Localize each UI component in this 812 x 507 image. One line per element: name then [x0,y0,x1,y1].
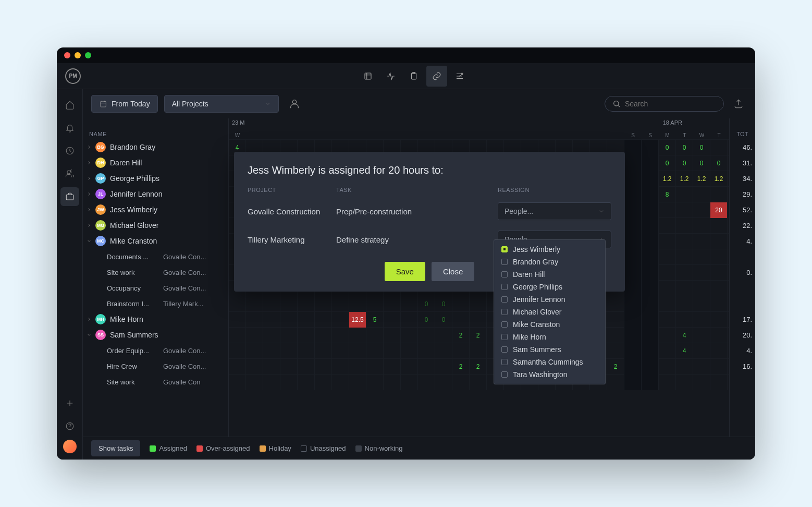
from-today-button[interactable]: From Today [91,95,158,113]
day-cell[interactable] [693,234,710,249]
day-cell[interactable] [659,265,676,281]
day-cell[interactable] [332,312,349,328]
chevron-down-icon[interactable] [85,237,93,245]
day-cell[interactable] [607,343,624,359]
day-cell[interactable] [676,234,693,249]
day-cell[interactable] [676,187,693,202]
task-row[interactable]: Brainstorm I...Tillery Mark... [83,296,228,311]
day-cell[interactable] [315,375,332,390]
day-cell[interactable] [246,343,263,359]
day-cell[interactable] [624,202,642,218]
day-cell[interactable] [642,359,659,375]
day-cell[interactable] [624,218,642,234]
day-cell[interactable] [263,359,280,375]
day-cell[interactable] [435,375,452,390]
day-cell[interactable] [229,359,246,375]
flow-icon[interactable] [449,66,470,87]
day-cell[interactable] [710,140,728,155]
day-cell[interactable] [693,202,710,218]
day-cell[interactable] [418,343,435,359]
maximize-window-icon[interactable] [85,52,91,58]
day-cell[interactable] [401,343,418,359]
day-cell[interactable] [710,375,728,390]
day-cell[interactable]: 2 [452,328,470,343]
day-cell[interactable] [659,328,676,343]
overview-icon[interactable] [358,66,378,87]
day-cell[interactable] [624,296,642,312]
day-cell[interactable] [693,359,710,375]
day-cell[interactable] [263,312,280,328]
day-cell[interactable] [452,375,470,390]
day-cell[interactable] [263,328,280,343]
day-cell[interactable] [280,375,298,390]
day-cell[interactable] [642,312,659,328]
checkbox-icon[interactable] [501,334,508,340]
day-cell[interactable] [642,234,659,249]
save-button[interactable]: Save [385,262,425,281]
task-row[interactable]: Hire CrewGovalle Con... [83,358,228,374]
day-cell[interactable] [607,296,624,312]
day-cell[interactable]: 2 [452,359,470,375]
add-person-icon[interactable] [285,94,304,113]
day-cell[interactable] [332,296,349,312]
day-cell[interactable] [659,359,676,375]
day-cell[interactable]: 0 [435,312,452,328]
day-cell[interactable] [659,218,676,234]
checkbox-icon[interactable] [501,359,508,365]
day-cell[interactable] [659,375,676,390]
day-cell[interactable] [332,328,349,343]
day-cell[interactable]: 4 [676,328,693,343]
close-button[interactable]: Close [432,262,474,281]
day-cell[interactable] [676,202,693,218]
day-cell[interactable] [366,359,384,375]
day-cell[interactable] [693,375,710,390]
dropdown-item[interactable]: Sam Summers [494,343,605,356]
day-cell[interactable] [229,312,246,328]
day-cell[interactable] [315,328,332,343]
day-cell[interactable] [401,359,418,375]
day-cell[interactable] [229,343,246,359]
day-cell[interactable]: 0 [676,155,693,171]
person-row[interactable]: SSSam Summers [83,327,228,343]
day-cell[interactable]: 0 [418,296,435,312]
day-cell[interactable] [710,296,728,312]
chevron-right-icon[interactable] [85,221,93,230]
day-cell[interactable]: 8 [659,187,676,202]
day-cell[interactable] [659,296,676,312]
day-cell[interactable] [435,359,452,375]
day-cell[interactable] [642,171,659,187]
day-cell[interactable] [642,328,659,343]
day-cell[interactable] [676,359,693,375]
day-cell[interactable] [710,281,728,296]
day-cell[interactable] [384,312,401,328]
day-cell[interactable] [418,359,435,375]
day-cell[interactable] [642,249,659,265]
chevron-down-icon[interactable] [85,331,93,339]
day-cell[interactable] [384,375,401,390]
day-cell[interactable] [384,296,401,312]
day-cell[interactable]: 2 [607,359,624,375]
dropdown-item[interactable]: Mike Horn [494,331,605,343]
day-cell[interactable] [263,296,280,312]
search-input[interactable] [605,96,724,112]
day-cell[interactable]: 0 [693,140,710,155]
person-row[interactable]: GPGeorge Phillips [83,171,228,186]
day-cell[interactable]: 5 [366,312,384,328]
task-row[interactable]: OccupancyGovalle Con... [83,280,228,296]
task-row[interactable]: Site workGovalle Con... [83,264,228,280]
people-icon[interactable] [60,164,79,183]
day-cell[interactable] [642,343,659,359]
day-cell[interactable]: 2 [470,359,487,375]
checkbox-icon[interactable] [501,296,508,303]
checkbox-icon[interactable] [501,284,508,290]
day-cell[interactable] [298,296,315,312]
day-cell[interactable] [418,375,435,390]
checkbox-icon[interactable] [501,246,508,252]
day-cell[interactable] [298,328,315,343]
day-cell[interactable] [315,359,332,375]
day-cell[interactable] [384,328,401,343]
day-cell[interactable] [332,343,349,359]
day-cell[interactable] [298,343,315,359]
day-cell[interactable] [676,281,693,296]
dropdown-item[interactable]: Michael Glover [494,306,605,318]
